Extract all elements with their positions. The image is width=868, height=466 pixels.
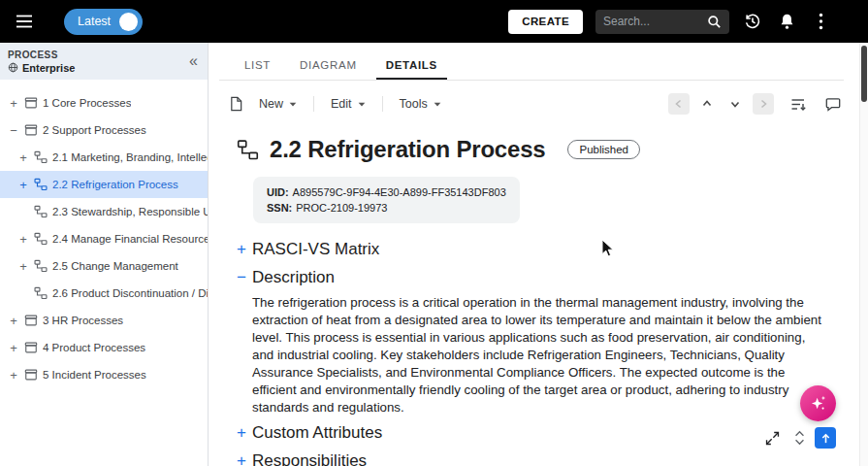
search-input[interactable]: [597, 15, 707, 28]
latest-button[interactable]: Latest: [64, 9, 143, 35]
tree-item[interactable]: + 2.5 Change Management: [0, 252, 208, 280]
move-up-button[interactable]: [696, 93, 718, 115]
search-box[interactable]: [595, 10, 729, 34]
main-content: LIST DIAGRAM DETAILS New Edit Tools: [209, 43, 859, 466]
queue-icon[interactable]: [788, 93, 809, 115]
tree-item[interactable]: + 4 Product Processes: [0, 334, 208, 361]
menu-icon[interactable]: [14, 11, 35, 32]
fullscreen-icon[interactable]: [760, 426, 784, 449]
latest-label: Latest: [78, 15, 111, 28]
details-page: 2.2 Refrigeration Process Published UID:…: [209, 116, 859, 466]
ssn-value: PROC-2109-19973: [296, 202, 387, 214]
tree-item[interactable]: + 2.4 Manage Financial Resources: [0, 225, 208, 252]
tree-expander[interactable]: +: [17, 232, 29, 247]
ai-assistant-button[interactable]: [800, 385, 836, 421]
process-group-icon: [24, 314, 38, 327]
collapse-icon[interactable]: −: [237, 269, 246, 285]
prev-item-button: [668, 93, 690, 115]
process-icon: [34, 286, 48, 300]
section-heading-custom-attributes[interactable]: + Custom Attributes: [237, 418, 844, 447]
page-scrollbar[interactable]: [859, 43, 868, 466]
uid-label: UID:: [267, 186, 289, 198]
expand-icon[interactable]: +: [237, 424, 246, 441]
tree-expander[interactable]: +: [8, 96, 19, 111]
globe-icon: [8, 62, 18, 73]
process-tree: + 1 Core Processes − 2 Support Processes…: [0, 80, 208, 388]
tab-details[interactable]: DETAILS: [376, 50, 447, 80]
collapse-sidebar-button[interactable]: «: [189, 53, 198, 69]
tree-expander[interactable]: +: [17, 178, 29, 192]
notifications-icon[interactable]: [776, 11, 797, 32]
expand-collapse-stepper[interactable]: [791, 427, 807, 449]
tree-item-label: 3 HR Processes: [43, 315, 123, 326]
history-icon[interactable]: [742, 11, 763, 32]
tree-item-label: 2.1 Marketing, Branding, Intellectual P: [52, 151, 208, 163]
tree-item[interactable]: + 3 HR Processes: [0, 307, 208, 334]
tools-menu-button[interactable]: Tools: [390, 91, 451, 116]
tree-item-label: 2.2 Refrigeration Process: [52, 179, 178, 190]
tree-item[interactable]: 2.3 Stewardship, Responsible Use and: [0, 198, 208, 225]
title-row: 2.2 Refrigeration Process Published: [237, 136, 844, 163]
section-heading-rasci[interactable]: + RASCI-VS Matrix: [237, 235, 844, 263]
tools-menu-label: Tools: [400, 97, 428, 111]
tree-item-label: 2.6 Product Discontinuation / Disposa: [52, 287, 208, 299]
uid-line: UID:A895579C-9F94-4E30-A899-FF35143DF803: [267, 184, 506, 200]
tree-item-label: 2.4 Manage Financial Resources: [52, 233, 208, 245]
section-heading-description[interactable]: − Description: [237, 263, 844, 291]
panel-title: PROCESS: [8, 50, 75, 60]
description-text: The refrigeration process is a critical …: [252, 294, 828, 416]
new-menu-label: New: [259, 97, 283, 111]
tree-expander[interactable]: +: [8, 341, 19, 355]
tree-item-label: 5 Incident Processes: [43, 369, 146, 381]
tree-expander[interactable]: +: [8, 368, 19, 383]
chevron-down-icon: [729, 98, 741, 110]
tree-item[interactable]: 2.6 Product Discontinuation / Disposa: [0, 280, 208, 307]
edit-menu-button[interactable]: Edit: [321, 91, 375, 116]
more-menu-icon[interactable]: [810, 11, 831, 32]
tree-item-label: 2 Support Processes: [43, 124, 146, 136]
section-title: RASCI-VS Matrix: [252, 240, 379, 259]
process-group-icon: [24, 341, 38, 354]
chevron-down-icon: [358, 102, 366, 107]
next-item-button: [753, 93, 774, 115]
expand-icon[interactable]: +: [237, 241, 246, 257]
tree-expander[interactable]: +: [8, 314, 19, 328]
search-icon[interactable]: [707, 15, 722, 29]
chevron-left-icon: [673, 98, 685, 110]
sidebar-header: PROCESS Enterprise «: [0, 43, 208, 80]
tree-item[interactable]: + 5 Incident Processes: [0, 361, 208, 388]
tree-item[interactable]: + 1 Core Processes: [0, 89, 208, 116]
tree-expander[interactable]: +: [17, 150, 29, 165]
scrollbar-thumb[interactable]: [861, 46, 867, 102]
ssn-line: SSN:PROC-2109-19973: [267, 200, 506, 216]
edit-menu-label: Edit: [331, 97, 352, 111]
sparkle-icon: [808, 393, 828, 414]
tree-item-selected[interactable]: + 2.2 Refrigeration Process: [0, 171, 208, 198]
process-icon: [34, 178, 48, 191]
move-down-button[interactable]: [724, 93, 746, 115]
scroll-to-top-button[interactable]: [815, 427, 836, 449]
topbar: Latest CREATE: [0, 0, 868, 43]
tab-list[interactable]: LIST: [235, 50, 280, 80]
process-tree-panel: PROCESS Enterprise « + 1 Core Processes …: [0, 43, 209, 466]
comment-icon[interactable]: [822, 93, 844, 115]
tab-diagram[interactable]: DIAGRAM: [290, 50, 367, 80]
tree-item[interactable]: − 2 Support Processes: [0, 116, 208, 144]
create-button[interactable]: CREATE: [508, 10, 583, 34]
page-title: 2.2 Refrigeration Process: [270, 136, 545, 163]
toolbar: New Edit Tools: [229, 91, 844, 116]
tree-item[interactable]: + 2.1 Marketing, Branding, Intellectual …: [0, 144, 208, 171]
process-icon: [237, 139, 259, 161]
sections: + RASCI-VS Matrix − Description The refr…: [237, 235, 844, 466]
identifier-box: UID:A895579C-9F94-4E30-A899-FF35143DF803…: [253, 177, 520, 223]
expand-icon[interactable]: +: [237, 452, 246, 466]
section-heading-responsibilities[interactable]: + Responsibilities: [237, 447, 844, 466]
uid-value: A895579C-9F94-4E30-A899-FF35143DF803: [293, 186, 506, 198]
tree-item-label: 1 Core Processes: [43, 97, 131, 109]
new-menu-button[interactable]: New: [249, 91, 306, 116]
tree-expander[interactable]: −: [8, 123, 19, 138]
chevron-up-icon: [794, 430, 805, 437]
document-icon[interactable]: [229, 92, 249, 116]
view-tabs: LIST DIAGRAM DETAILS: [219, 50, 844, 81]
tree-expander[interactable]: +: [17, 259, 29, 274]
